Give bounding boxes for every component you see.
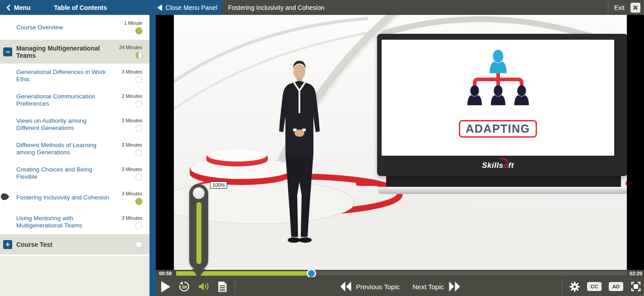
toc-item-label[interactable]: Different Methods of Learning among Gene… bbox=[16, 142, 113, 156]
toc-item-using-mentoring[interactable]: Using Mentoring with Multigenerational T… bbox=[0, 210, 149, 234]
divider bbox=[608, 3, 608, 13]
toc-item-label[interactable]: Views on Authority among Different Gener… bbox=[16, 117, 113, 132]
toc-item-duration: 3 Minutes bbox=[121, 69, 142, 74]
next-topic-label: Next Topic bbox=[412, 283, 444, 291]
play-button[interactable] bbox=[160, 280, 171, 293]
volume-slider-handle[interactable] bbox=[193, 187, 205, 199]
studio-red-pipe-right bbox=[625, 181, 627, 186]
course-player-app: Menu Table of Contents Close Menu Panel … bbox=[0, 0, 644, 296]
skip-back-10-button[interactable]: 10 bbox=[178, 281, 190, 292]
exit-button[interactable] bbox=[630, 3, 640, 13]
collapse-minus-button[interactable]: − bbox=[3, 47, 12, 56]
total-time: 02:20 bbox=[630, 271, 642, 276]
status-complete-icon bbox=[135, 28, 142, 34]
toc-item-label[interactable]: Managing Multigenerational Teams bbox=[16, 45, 113, 59]
presentation-screen: ADAPTING Skillsoft bbox=[377, 34, 627, 176]
progress-bar-row: 00:59 02:20 bbox=[156, 270, 644, 277]
slide-area: ADAPTING bbox=[382, 40, 614, 156]
previous-topic-button[interactable]: Previous Topic bbox=[340, 282, 400, 291]
volume-button[interactable] bbox=[198, 281, 210, 292]
toc-item-duration: 3 Minutes bbox=[121, 166, 142, 172]
status-not-started-icon bbox=[135, 149, 142, 156]
status-not-started-icon bbox=[135, 222, 142, 229]
volume-level-track[interactable] bbox=[196, 202, 201, 264]
expand-plus-button[interactable]: + bbox=[3, 240, 12, 249]
toc-item-duration: 24 Minutes bbox=[119, 45, 142, 50]
toc-item-generational-differences[interactable]: Generational Differences in Work Ethic 3… bbox=[0, 64, 149, 88]
toc-panel-title: Table of Contents bbox=[54, 4, 107, 11]
toc-list: Course Overview 1 Minute − Managing Mult… bbox=[0, 15, 149, 256]
current-time: 00:59 bbox=[159, 271, 172, 276]
title-bar: Fostering Inclusivity and Cohesion Exit bbox=[223, 0, 644, 15]
toc-header-bar: Menu Table of Contents Close Menu Panel bbox=[0, 0, 223, 15]
toc-item-duration: 3 Minutes bbox=[121, 215, 142, 221]
exit-label: Exit bbox=[614, 4, 625, 11]
menu-label: Menu bbox=[14, 4, 31, 11]
previous-topic-label: Previous Topic bbox=[356, 283, 400, 291]
video-player: ADAPTING Skillsoft 100% 00:59 02:20 bbox=[156, 15, 644, 296]
toc-item-duration: 3 Minutes bbox=[121, 118, 142, 123]
status-complete-icon bbox=[135, 198, 142, 205]
play-icon bbox=[160, 280, 171, 293]
gear-icon bbox=[569, 282, 580, 292]
skillsoft-logo: Skillsoft bbox=[382, 161, 614, 170]
toc-item-managing-multigenerational-teams[interactable]: − Managing Multigenerational Teams 24 Mi… bbox=[0, 40, 149, 64]
toc-item-duration: 3 Minutes bbox=[121, 142, 142, 148]
toc-item-views-on-authority[interactable]: Views on Authority among Different Gener… bbox=[0, 112, 149, 137]
toc-item-label[interactable]: Generational Communication Preferences bbox=[16, 93, 113, 107]
toc-item-label[interactable]: Generational Differences in Work Ethic bbox=[16, 69, 113, 83]
skillsoft-logo-o: o bbox=[504, 161, 509, 170]
status-not-started-icon bbox=[135, 125, 142, 132]
closed-captions-button[interactable]: CC bbox=[587, 282, 602, 291]
org-chart-adapting-icon bbox=[460, 50, 537, 117]
volume-slider[interactable] bbox=[189, 184, 208, 270]
player-controls-bar: 10 bbox=[156, 277, 644, 296]
fullscreen-button[interactable] bbox=[630, 281, 641, 292]
toc-item-fostering-inclusivity[interactable]: Fostering Inclusivity and Cohesion 3 Min… bbox=[0, 185, 149, 210]
video-viewport[interactable]: ADAPTING Skillsoft bbox=[156, 15, 644, 270]
status-in-progress-icon bbox=[135, 52, 142, 59]
toc-item-label[interactable]: Fostering Inclusivity and Cohesion bbox=[16, 194, 113, 201]
toc-item-different-methods-of-learning[interactable]: Different Methods of Learning among Gene… bbox=[0, 137, 149, 161]
toc-item-duration: 3 Minutes bbox=[121, 191, 142, 196]
page-title: Fostering Inclusivity and Cohesion bbox=[223, 4, 324, 11]
toc-item-label[interactable]: Creating Choices and Being Flexible bbox=[16, 166, 113, 180]
double-chevron-right-icon bbox=[448, 282, 460, 291]
toc-item-label[interactable]: Using Mentoring with Multigenerational T… bbox=[16, 215, 113, 229]
divider bbox=[562, 279, 562, 294]
seek-bar[interactable] bbox=[176, 271, 627, 276]
transcript-button[interactable] bbox=[218, 281, 227, 292]
toc-item-duration: 1 Minute bbox=[124, 20, 142, 26]
toc-item-label[interactable]: Course Test bbox=[16, 241, 113, 248]
next-topic-button[interactable]: Next Topic bbox=[412, 282, 460, 291]
video-frame-studio: ADAPTING Skillsoft bbox=[174, 15, 627, 270]
current-item-pointer-icon bbox=[0, 193, 9, 203]
svg-text:10: 10 bbox=[182, 284, 187, 289]
toc-item-course-overview[interactable]: Course Overview 1 Minute bbox=[0, 15, 149, 40]
transcript-icon bbox=[218, 281, 227, 292]
close-icon bbox=[633, 5, 638, 10]
tv-stand-base bbox=[378, 187, 627, 194]
close-menu-panel-label: Close Menu Panel bbox=[166, 4, 217, 11]
toc-item-creating-choices[interactable]: Creating Choices and Being Flexible 3 Mi… bbox=[0, 161, 149, 185]
menu-button[interactable]: Menu bbox=[0, 4, 31, 11]
status-not-started-icon bbox=[135, 241, 142, 248]
toc-item-label[interactable]: Course Overview bbox=[16, 24, 113, 31]
toc-item-duration: 2 Minutes bbox=[121, 93, 142, 99]
double-chevron-left-icon bbox=[340, 282, 351, 291]
audio-description-button[interactable]: AD bbox=[609, 282, 623, 291]
volume-popup-tail bbox=[192, 269, 205, 278]
settings-button[interactable] bbox=[569, 282, 580, 292]
skip-back-10-icon: 10 bbox=[178, 281, 190, 292]
top-bar: Menu Table of Contents Close Menu Panel … bbox=[0, 0, 644, 15]
status-not-started-icon bbox=[135, 174, 142, 180]
toc-item-course-test[interactable]: + Course Test bbox=[0, 234, 149, 254]
studio-red-pipe-left bbox=[356, 181, 379, 186]
chevron-left-icon bbox=[6, 4, 11, 11]
close-menu-panel-button[interactable]: Close Menu Panel bbox=[157, 4, 223, 11]
volume-icon bbox=[198, 281, 210, 292]
toc-item-generational-communication[interactable]: Generational Communication Preferences 2… bbox=[0, 88, 149, 112]
volume-tooltip: 100% bbox=[210, 181, 227, 189]
status-not-started-icon bbox=[135, 101, 142, 107]
status-not-started-icon bbox=[135, 76, 142, 83]
